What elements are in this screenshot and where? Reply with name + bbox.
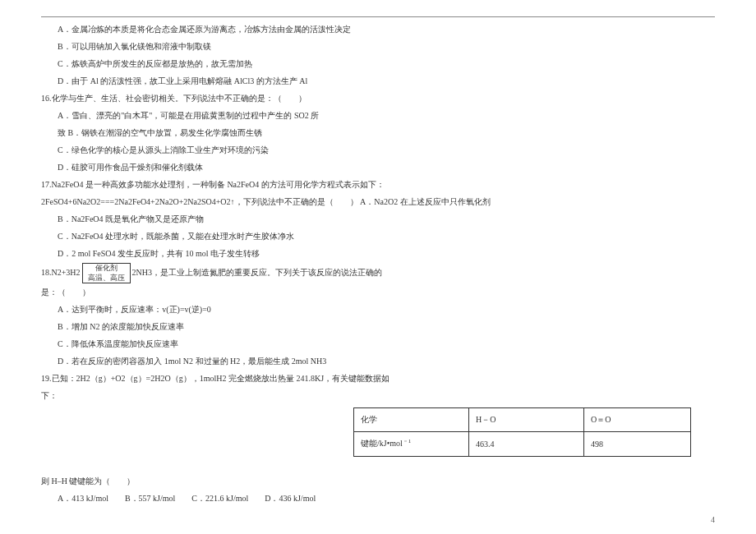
q18-stem-line1: 18.N2+3H2催化剂高温、高压2NH3，是工业上制造氮肥的重要反应。下列关于…: [41, 263, 715, 283]
q19-stem2: 下：: [41, 388, 715, 404]
q16-option-a: A．雪白、漂亮的"白木耳"，可能是在用硫黄熏制的过程中产生的 SO2 所: [41, 108, 715, 124]
q16-option-c: C．绿色化学的核心是从源头上消除工业生产对环境的污染: [41, 142, 715, 159]
catalyst-top: 催化剂: [88, 264, 125, 274]
table-cell-r1c3: O＝O: [584, 408, 691, 432]
q17-stem: 17.Na2FeO4 是一种高效多功能水处理剂，一种制备 Na2FeO4 的方法…: [41, 177, 715, 193]
q19-options: A．413 kJ/mol B．557 kJ/mol C．221.6 kJ/mol…: [41, 490, 715, 507]
q15-option-a: A．金属冶炼的本质是将化合态金属还原为游离态，冶炼方法由金属的活泼性决定: [41, 21, 715, 38]
table-row: 键能/kJ•mol－1 463.4 498: [354, 432, 691, 456]
table-row: 化学 H－O O＝O: [354, 408, 691, 432]
q15-option-b: B．可以用钠加入氯化镁饱和溶液中制取镁: [41, 39, 715, 55]
bond-energy-table: 化学 H－O O＝O 键能/kJ•mol－1 463.4 498: [353, 407, 691, 456]
catalyst-box: 催化剂高温、高压: [82, 263, 131, 283]
q17-option-b: B．Na2FeO4 既是氧化产物又是还原产物: [41, 211, 715, 228]
table-cell-r1c1: 化学: [354, 408, 469, 432]
q18-option-a: A．达到平衡时，反应速率：v(正)=v(逆)=0: [41, 302, 715, 318]
q18-option-c: C．降低体系温度能加快反应速率: [41, 336, 715, 352]
q16-option-a2: 致 B．钢铁在潮湿的空气中放置，易发生化学腐蚀而生锈: [41, 125, 715, 141]
q15-option-d: D．由于 Al 的活泼性强，故工业上采用电解熔融 AlCl3 的方法生产 Al: [41, 73, 715, 90]
q18-pre: 18.N2+3H2: [41, 268, 81, 277]
q18-stem-line2: 是：（ ）: [41, 284, 715, 301]
q18-option-b: B．增加 N2 的浓度能加快反应速率: [41, 319, 715, 335]
q19-stem: 19.已知：2H2（g）+O2（g）=2H2O（g），1molH2 完全燃烧放出…: [41, 371, 715, 387]
q18-option-d: D．若在反应的密闭容器加入 1mol N2 和过量的 H2，最后能生成 2mol…: [41, 353, 715, 370]
q16-option-d: D．硅胶可用作食品干燥剂和催化剂载体: [41, 159, 715, 176]
catalyst-bottom: 高温、高压: [88, 274, 125, 283]
table-cell-r2c3: 498: [584, 432, 691, 456]
q18-post: 2NH3，是工业上制造氮肥的重要反应。下列关于该反应的说法正确的: [132, 268, 382, 277]
table-cell-r2c2: 463.4: [469, 432, 584, 456]
page-number: 4: [711, 515, 715, 524]
q17-option-d: D．2 mol FeSO4 发生反应时，共有 10 mol 电子发生转移: [41, 246, 715, 262]
q19-after: 则 H–H 键键能为（ ）: [41, 473, 715, 490]
table-cell-r2c1: 键能/kJ•mol－1: [354, 432, 469, 456]
q16-stem: 16.化学与生产、生活、社会密切相关。下列说法中不正确的是：（ ）: [41, 90, 715, 107]
q17-equation: 2FeSO4+6Na2O2===2Na2FeO4+2Na2O+2Na2SO4+O…: [41, 194, 715, 210]
q17-option-c: C．Na2FeO4 处理水时，既能杀菌，又能在处理水时产生胶体净水: [41, 228, 715, 245]
q15-option-c: C．炼铁高炉中所发生的反应都是放热的，故无需加热: [41, 56, 715, 72]
table-cell-r1c2: H－O: [469, 408, 584, 432]
